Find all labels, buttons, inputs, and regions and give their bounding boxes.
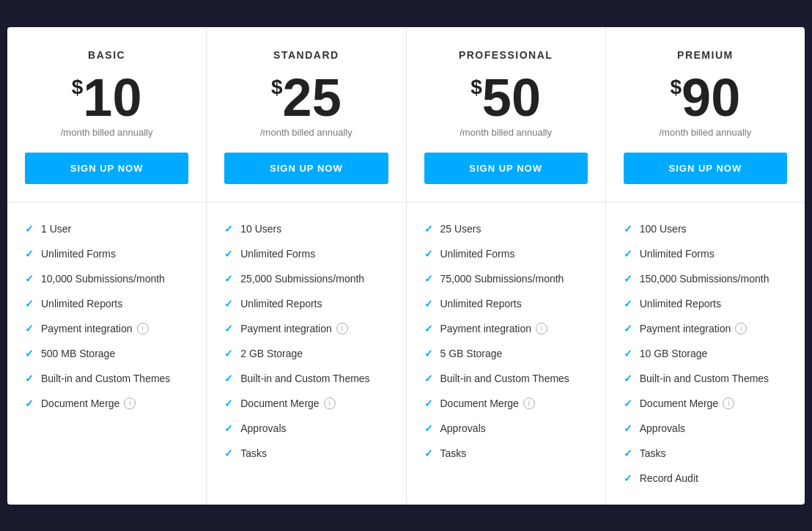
plan-card-basic: BASIC$10/month billed annuallySIGN UP NO…	[7, 27, 207, 505]
check-icon: ✓	[624, 373, 632, 384]
check-icon: ✓	[224, 223, 233, 235]
list-item: ✓500 MB Storage	[25, 348, 188, 359]
list-item: ✓Unlimited Reports	[25, 298, 188, 310]
feature-text: Approvals	[640, 422, 685, 434]
info-icon[interactable]: i	[324, 398, 336, 409]
check-icon: ✓	[25, 223, 34, 235]
feature-text: Payment integrationi	[440, 323, 548, 334]
list-item: ✓150,000 Submissions/month	[624, 273, 787, 285]
check-icon: ✓	[424, 248, 433, 260]
check-icon: ✓	[624, 472, 632, 484]
list-item: ✓Payment integrationi	[25, 323, 188, 334]
price-amount-premium: 90	[682, 71, 740, 124]
feature-text: Approvals	[440, 422, 486, 434]
plan-price-professional: $50	[424, 71, 588, 124]
feature-text: Unlimited Reports	[440, 298, 522, 310]
signup-button-standard[interactable]: SIGN UP NOW	[224, 153, 388, 184]
feature-text: Tasks	[440, 447, 467, 459]
feature-text: 5 GB Storage	[440, 348, 503, 359]
list-item: ✓Record Audit	[624, 472, 787, 484]
price-symbol-professional: $	[470, 77, 482, 98]
feature-text: Unlimited Forms	[240, 248, 315, 260]
list-item: ✓100 Users	[624, 223, 787, 235]
list-item: ✓Document Mergei	[224, 398, 388, 409]
signup-button-premium[interactable]: SIGN UP NOW	[624, 153, 787, 184]
check-icon: ✓	[224, 323, 233, 334]
list-item: ✓10 GB Storage	[624, 348, 787, 359]
list-item: ✓Unlimited Reports	[624, 298, 787, 310]
check-icon: ✓	[424, 422, 433, 434]
check-icon: ✓	[224, 348, 233, 359]
check-icon: ✓	[424, 298, 433, 310]
check-icon: ✓	[624, 398, 632, 409]
list-item: ✓Built-in and Custom Themes	[624, 373, 787, 384]
plan-header-basic: BASIC$10/month billed annuallySIGN UP NO…	[7, 27, 206, 202]
plan-name-professional: PROFESSIONAL	[424, 49, 588, 61]
list-item: ✓Document Mergei	[25, 398, 188, 409]
feature-text: Payment integrationi	[640, 323, 748, 334]
info-icon[interactable]: i	[735, 323, 747, 334]
signup-button-basic[interactable]: SIGN UP NOW	[25, 153, 188, 184]
price-amount-basic: 10	[83, 71, 141, 124]
pricing-table: BASIC$10/month billed annuallySIGN UP NO…	[7, 27, 805, 505]
plan-features-standard: ✓10 Users✓Unlimited Forms✓25,000 Submiss…	[207, 202, 405, 505]
plan-price-standard: $25	[224, 71, 388, 124]
check-icon: ✓	[224, 398, 233, 409]
list-item: ✓Document Mergei	[624, 398, 787, 409]
feature-text: 25,000 Submissions/month	[240, 273, 364, 285]
info-icon[interactable]: i	[536, 323, 547, 334]
list-item: ✓5 GB Storage	[424, 348, 588, 359]
check-icon: ✓	[25, 273, 34, 285]
list-item: ✓10,000 Submissions/month	[25, 273, 188, 285]
list-item: ✓25 Users	[424, 223, 588, 235]
feature-text: Payment integrationi	[41, 323, 149, 334]
feature-text: Unlimited Forms	[640, 248, 715, 260]
check-icon: ✓	[25, 398, 34, 409]
plan-header-professional: PROFESSIONAL$50/month billed annuallySIG…	[407, 27, 605, 202]
list-item: ✓25,000 Submissions/month	[224, 273, 388, 285]
check-icon: ✓	[25, 298, 34, 310]
plan-billing-professional: /month billed annually	[424, 127, 588, 138]
plan-features-basic: ✓1 User✓Unlimited Forms✓10,000 Submissio…	[7, 202, 206, 505]
plan-features-premium: ✓100 Users✓Unlimited Forms✓150,000 Submi…	[606, 202, 805, 505]
plan-billing-standard: /month billed annually	[224, 127, 388, 138]
feature-text: Document Mergei	[41, 398, 136, 409]
check-icon: ✓	[624, 323, 632, 334]
list-item: ✓Tasks	[424, 447, 588, 459]
list-item: ✓Approvals	[224, 422, 388, 434]
info-icon[interactable]: i	[336, 323, 348, 334]
feature-text: 25 Users	[440, 223, 481, 235]
list-item: ✓2 GB Storage	[224, 348, 388, 359]
plan-header-standard: STANDARD$25/month billed annuallySIGN UP…	[207, 27, 405, 202]
feature-text: Unlimited Reports	[240, 298, 322, 310]
check-icon: ✓	[25, 323, 34, 334]
check-icon: ✓	[624, 273, 632, 285]
info-icon[interactable]: i	[137, 323, 149, 334]
check-icon: ✓	[424, 223, 433, 235]
feature-text: 75,000 Submissions/month	[440, 273, 564, 285]
info-icon[interactable]: i	[723, 398, 734, 409]
info-icon[interactable]: i	[124, 398, 136, 409]
feature-text: 150,000 Submissions/month	[640, 273, 769, 285]
feature-text: 2 GB Storage	[240, 348, 303, 359]
list-item: ✓Payment integrationi	[224, 323, 388, 334]
check-icon: ✓	[424, 373, 433, 384]
list-item: ✓Tasks	[224, 447, 388, 459]
feature-text: 100 Users	[640, 223, 687, 235]
plan-card-standard: STANDARD$25/month billed annuallySIGN UP…	[207, 27, 406, 505]
list-item: ✓Approvals	[424, 422, 588, 434]
price-symbol-basic: $	[72, 77, 84, 98]
feature-text: Document Mergei	[640, 398, 734, 409]
plan-features-professional: ✓25 Users✓Unlimited Forms✓75,000 Submiss…	[407, 202, 605, 505]
check-icon: ✓	[25, 373, 34, 384]
feature-text: 10,000 Submissions/month	[41, 273, 165, 285]
signup-button-professional[interactable]: SIGN UP NOW	[424, 153, 588, 184]
price-amount-professional: 50	[482, 71, 541, 124]
price-symbol-standard: $	[271, 77, 283, 98]
list-item: ✓Approvals	[624, 422, 787, 434]
check-icon: ✓	[624, 298, 632, 310]
feature-text: Unlimited Reports	[640, 298, 721, 310]
feature-text: Document Mergei	[240, 398, 335, 409]
info-icon[interactable]: i	[523, 398, 535, 409]
feature-text: Payment integrationi	[240, 323, 348, 334]
